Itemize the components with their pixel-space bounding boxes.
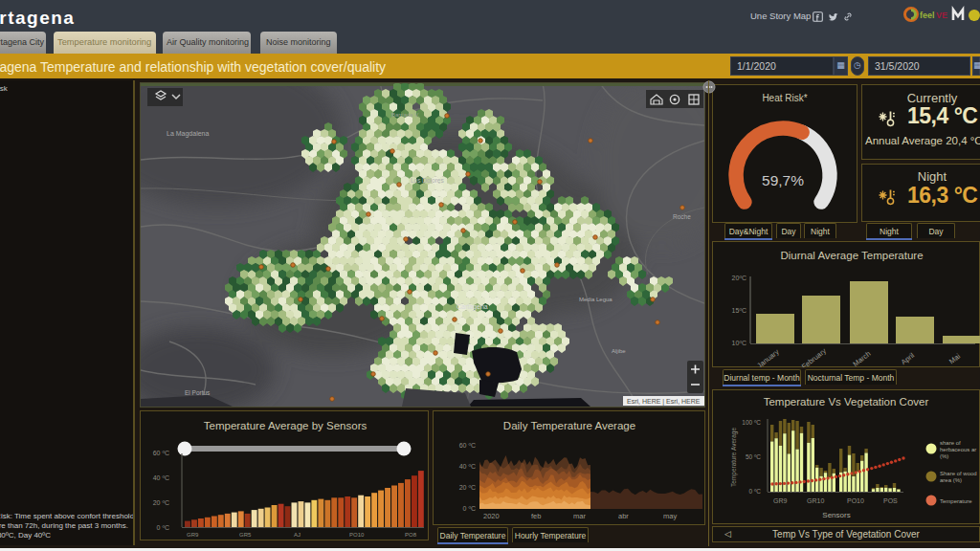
svg-text:Temperature: Temperature bbox=[940, 498, 972, 504]
svg-text:0 ºC: 0 ºC bbox=[463, 505, 476, 512]
svg-text:February: February bbox=[800, 346, 828, 367]
svg-text:59,7%: 59,7% bbox=[762, 172, 804, 188]
svg-text:GR5: GR5 bbox=[239, 532, 252, 538]
svg-text:100 ºC: 100 ºC bbox=[742, 419, 761, 426]
svg-text:Mai: Mai bbox=[947, 352, 962, 366]
svg-text:March: March bbox=[851, 349, 872, 367]
svg-text:Temperature Average by Sensors: Temperature Average by Sensors bbox=[204, 420, 368, 431]
svg-text:Diurnal Average Temperature: Diurnal Average Temperature bbox=[780, 250, 923, 261]
svg-text:60 ºC: 60 ºC bbox=[459, 442, 476, 449]
svg-text:Esri, HERE | Esri, HERE: Esri, HERE | Esri, HERE bbox=[627, 398, 701, 406]
svg-text:20 ºC: 20 ºC bbox=[153, 499, 169, 506]
svg-text:POS: POS bbox=[883, 497, 898, 504]
svg-text:15ºC: 15ºC bbox=[732, 307, 746, 314]
svg-text:share of: share of bbox=[940, 440, 961, 446]
svg-text:area (%): area (%) bbox=[940, 477, 962, 483]
svg-text:El Portus: El Portus bbox=[185, 389, 211, 396]
svg-text:April: April bbox=[900, 351, 917, 367]
svg-text:PO10: PO10 bbox=[847, 497, 864, 504]
svg-text:Temperature Average: Temperature Average bbox=[730, 428, 738, 487]
svg-text:VE: VE bbox=[936, 11, 947, 20]
svg-text:January: January bbox=[755, 347, 781, 367]
svg-text:mar: mar bbox=[573, 512, 586, 520]
svg-text:Share of wood: Share of wood bbox=[940, 471, 977, 476]
svg-text:Roche: Roche bbox=[673, 213, 691, 220]
svg-text:feel: feel bbox=[920, 11, 935, 20]
svg-text:0 ºC: 0 ºC bbox=[157, 524, 169, 531]
svg-text:Sensors: Sensors bbox=[822, 511, 850, 519]
svg-text:La Magdalena: La Magdalena bbox=[167, 130, 209, 138]
svg-text:herbaceous ar: herbaceous ar bbox=[940, 447, 976, 452]
svg-text:AJ: AJ bbox=[294, 532, 301, 538]
svg-text:abr: abr bbox=[618, 512, 629, 520]
svg-text:(%): (%) bbox=[940, 453, 948, 459]
svg-text:Media Legua: Media Legua bbox=[579, 297, 612, 302]
svg-text:40 ºC: 40 ºC bbox=[459, 463, 476, 470]
svg-text:20 ºC: 20 ºC bbox=[459, 484, 476, 491]
svg-text:10ºC: 10ºC bbox=[732, 340, 746, 346]
svg-text:GR10: GR10 bbox=[807, 497, 824, 504]
svg-text:Daily Temperature Average: Daily Temperature Average bbox=[503, 420, 635, 431]
svg-text:2020: 2020 bbox=[483, 512, 500, 520]
svg-text:may: may bbox=[663, 512, 677, 520]
svg-text:60 ºC: 60 ºC bbox=[153, 450, 169, 456]
svg-text:feb: feb bbox=[531, 512, 541, 520]
svg-text:GR9: GR9 bbox=[773, 497, 788, 504]
svg-text:PO8: PO8 bbox=[405, 532, 417, 538]
svg-text:PO10: PO10 bbox=[349, 532, 365, 538]
svg-text:Barriada V.: Barriada V. bbox=[391, 112, 420, 118]
svg-text:GR9: GR9 bbox=[187, 532, 199, 538]
svg-text:20ºC: 20ºC bbox=[732, 275, 746, 281]
svg-text:Los Dolores: Los Dolores bbox=[411, 177, 444, 184]
svg-text:Aljibe: Aljibe bbox=[612, 348, 626, 354]
svg-text:0 ºC: 0 ºC bbox=[749, 488, 762, 495]
svg-text:Temperature Vs Vegetation Cove: Temperature Vs Vegetation Cover bbox=[764, 396, 929, 408]
svg-text:40 ºC: 40 ºC bbox=[153, 474, 169, 481]
svg-text:Cartagena: Cartagena bbox=[457, 303, 488, 311]
svg-text:50 ºC: 50 ºC bbox=[746, 453, 761, 460]
